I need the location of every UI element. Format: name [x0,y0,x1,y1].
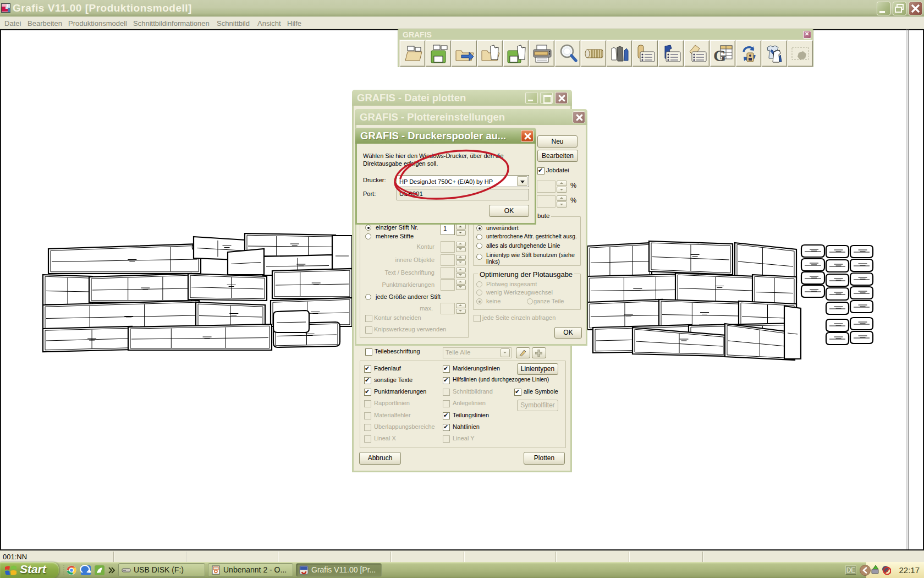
svg-text:G: G [713,46,726,64]
